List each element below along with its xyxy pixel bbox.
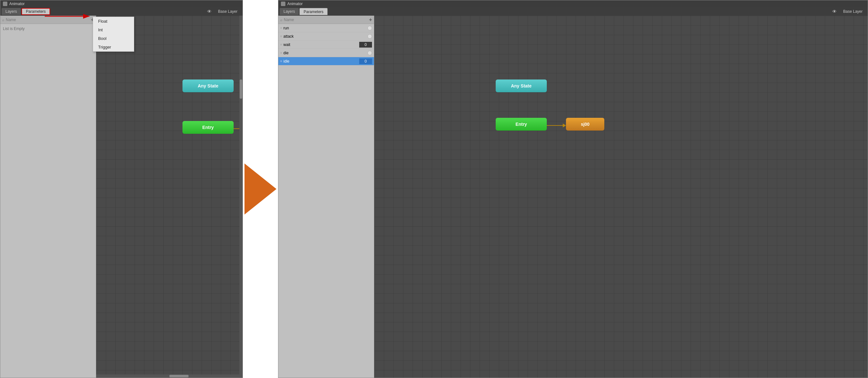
right-visibility-toggle[interactable]: 👁 xyxy=(832,9,837,14)
right-canvas: Any State Entry sj00 xyxy=(374,15,868,378)
right-animator-window: Animator Layers Parameters 👁 Base Layer … xyxy=(278,0,868,378)
left-scrollbar-track[interactable] xyxy=(239,15,243,378)
right-sidebar: ⌕ + ≡ run ≡ attack xyxy=(278,15,374,378)
param-idle-name: idle xyxy=(283,59,358,64)
left-tab-parameters[interactable]: Parameters xyxy=(22,8,50,15)
left-search-input[interactable] xyxy=(6,18,90,22)
right-tab-bar: Layers Parameters 👁 Base Layer xyxy=(278,7,868,15)
param-run[interactable]: ≡ run xyxy=(278,24,374,32)
left-any-state-node[interactable]: Any State xyxy=(183,79,234,92)
param-die-bool[interactable] xyxy=(368,51,372,55)
left-entry-node[interactable]: Entry xyxy=(183,121,234,134)
animator-icon-left xyxy=(3,2,7,6)
param-run-name: run xyxy=(283,26,366,30)
param-idle[interactable]: ≡ idle xyxy=(278,57,374,65)
right-base-layer-label: Base Layer xyxy=(839,9,866,14)
left-grid: Any State Entry sj001 xyxy=(96,15,243,378)
transition-arrow xyxy=(245,164,276,214)
right-entry-node[interactable]: Entry xyxy=(496,118,547,131)
right-add-button[interactable]: + xyxy=(369,17,372,22)
right-tab-group: Layers Parameters xyxy=(280,8,328,15)
left-window-title: Animator xyxy=(9,2,25,6)
param-die-handle: ≡ xyxy=(280,51,282,55)
left-scrollbar-h-thumb[interactable] xyxy=(169,375,189,377)
left-tab-group: Layers Parameters xyxy=(2,8,50,15)
param-attack-handle: ≡ xyxy=(280,34,282,38)
param-attack-bool[interactable] xyxy=(368,34,372,39)
left-tab-layers[interactable]: Layers xyxy=(2,8,21,15)
right-window-title: Animator xyxy=(287,2,303,6)
left-tab-bar: Layers Parameters 👁 Base Layer xyxy=(0,7,243,15)
animator-icon-right xyxy=(281,2,285,6)
param-idle-handle: ≡ xyxy=(280,59,282,63)
left-animator-window: Animator Layers Parameters 👁 Base Layer xyxy=(0,0,243,378)
right-any-state-node[interactable]: Any State xyxy=(496,79,547,92)
left-scrollbar-h-track[interactable] xyxy=(96,375,243,378)
left-sidebar: ⌕ + List is Empty Float Int Bool Trigger xyxy=(0,15,96,378)
right-content-row: ⌕ + ≡ run ≡ attack xyxy=(278,15,868,378)
right-search-input[interactable] xyxy=(284,18,368,22)
param-run-bool[interactable] xyxy=(368,26,372,30)
right-grid: Any State Entry sj00 xyxy=(374,15,868,378)
middle-divider xyxy=(243,0,278,378)
dropdown-float[interactable]: Float xyxy=(93,17,134,26)
left-content-row: ⌕ + List is Empty Float Int Bool Trigger xyxy=(0,15,243,378)
param-idle-input[interactable] xyxy=(359,59,372,64)
param-wait[interactable]: ≡ wait xyxy=(278,40,374,49)
param-die-name: die xyxy=(283,51,366,55)
left-visibility-toggle[interactable]: 👁 xyxy=(207,9,212,14)
param-die[interactable]: ≡ die xyxy=(278,49,374,57)
left-title-bar: Animator xyxy=(0,0,243,7)
param-wait-input[interactable] xyxy=(359,42,372,47)
dropdown-trigger[interactable]: Trigger xyxy=(93,43,134,51)
right-connector xyxy=(547,124,566,127)
left-search-icon: ⌕ xyxy=(2,18,4,22)
left-scrollbar-thumb[interactable] xyxy=(240,79,242,99)
right-search-icon: ⌕ xyxy=(280,18,282,22)
right-title-bar: Animator xyxy=(278,0,868,7)
param-wait-handle: ≡ xyxy=(280,43,282,46)
right-tab-layers[interactable]: Layers xyxy=(280,8,299,15)
left-search-bar: ⌕ + xyxy=(0,15,96,24)
param-attack[interactable]: ≡ attack xyxy=(278,32,374,40)
dropdown-int[interactable]: Int xyxy=(93,26,134,34)
left-list-empty: List is Empty xyxy=(0,24,96,34)
param-attack-name: attack xyxy=(283,34,366,39)
left-dropdown-menu: Float Int Bool Trigger xyxy=(93,16,134,52)
left-canvas: Any State Entry sj001 xyxy=(96,15,243,378)
right-param-list: ≡ run ≡ attack ≡ wait ≡ xyxy=(278,24,374,65)
right-search-bar: ⌕ + xyxy=(278,15,374,24)
dropdown-bool[interactable]: Bool xyxy=(93,34,134,43)
right-tab-parameters[interactable]: Parameters xyxy=(300,8,328,15)
left-base-layer-label: Base Layer xyxy=(214,9,241,14)
right-orange-node[interactable]: sj00 xyxy=(566,118,604,131)
param-run-handle: ≡ xyxy=(280,26,282,30)
param-wait-name: wait xyxy=(283,42,358,47)
